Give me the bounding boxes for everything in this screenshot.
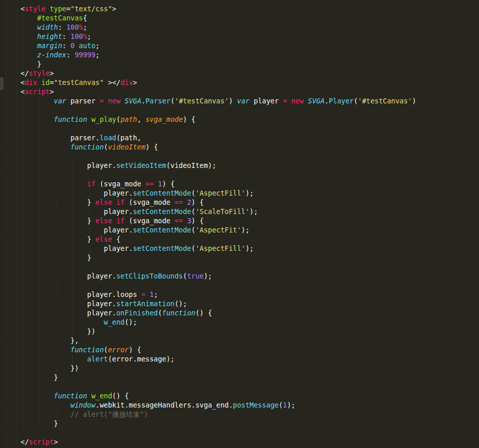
code-line[interactable] bbox=[20, 382, 416, 391]
code-line[interactable]: player.setContentMode('ScaleToFill'); bbox=[20, 207, 416, 216]
code-token: function bbox=[54, 115, 87, 123]
code-token: player.loops bbox=[20, 290, 141, 298]
code-token: width bbox=[37, 23, 58, 31]
code-token: ; bbox=[83, 23, 87, 31]
code-token bbox=[20, 355, 87, 363]
code-token: ) { bbox=[145, 143, 158, 151]
code-token: w_end bbox=[104, 318, 125, 326]
code-token: var bbox=[237, 97, 249, 105]
code-line[interactable]: margin: 0 auto; bbox=[20, 41, 416, 50]
code-line[interactable]: <div id="testCanvas" ></div> bbox=[20, 78, 416, 87]
code-token bbox=[87, 115, 91, 123]
code-token bbox=[20, 115, 54, 123]
code-line[interactable]: player.setContentMode('AspectFill'); bbox=[20, 244, 416, 253]
code-line[interactable] bbox=[20, 105, 416, 115]
code-line[interactable]: } bbox=[20, 419, 416, 428]
code-line[interactable]: }, bbox=[20, 336, 416, 345]
code-token: == bbox=[145, 180, 154, 188]
code-token bbox=[20, 23, 37, 31]
code-token: </ bbox=[20, 438, 29, 446]
code-line[interactable]: window.webkit.messageHandlers.svga_end.p… bbox=[20, 400, 416, 410]
code-line[interactable]: player.setContentMode('AspectFill'); bbox=[20, 188, 416, 198]
code-line[interactable]: } bbox=[20, 373, 416, 382]
code-line[interactable]: <script> bbox=[20, 87, 416, 96]
code-line[interactable]: var parser = new SVGA.Parser('#testCanva… bbox=[20, 96, 416, 105]
code-line[interactable]: player.loops = 1; bbox=[20, 290, 416, 299]
code-token: setContentMode bbox=[133, 226, 191, 234]
code-line[interactable] bbox=[20, 124, 416, 133]
code-token: ( bbox=[279, 401, 283, 409]
code-token: ); bbox=[245, 189, 254, 197]
code-area[interactable]: <style type="text/css"> #testCanvas{ wid… bbox=[0, 4, 416, 446]
code-token: div bbox=[25, 78, 37, 87]
code-token: player bbox=[249, 97, 283, 105]
code-token: } bbox=[20, 373, 58, 381]
code-token bbox=[87, 392, 91, 400]
code-token: < bbox=[20, 78, 25, 87]
code-token: }) bbox=[20, 327, 95, 335]
code-token: true bbox=[187, 272, 204, 280]
code-line[interactable]: <style type="text/css"> bbox=[20, 4, 416, 13]
code-token bbox=[145, 290, 150, 298]
code-line[interactable]: function(videoItem) { bbox=[20, 142, 416, 152]
code-line[interactable]: }) bbox=[20, 327, 416, 336]
code-token bbox=[20, 410, 71, 418]
code-line[interactable] bbox=[20, 428, 416, 437]
code-line[interactable] bbox=[20, 152, 416, 161]
code-line[interactable]: player.startAnimation(); bbox=[20, 299, 416, 308]
code-token: SVGA bbox=[124, 97, 141, 105]
code-line[interactable]: player.setClipsToBounds(true); bbox=[20, 271, 416, 281]
code-line[interactable]: </style> bbox=[20, 69, 416, 78]
code-line[interactable]: }) bbox=[20, 364, 416, 373]
code-line[interactable]: w_end(); bbox=[20, 317, 416, 327]
code-token: ( bbox=[183, 272, 187, 280]
code-token bbox=[20, 180, 87, 188]
code-line[interactable]: } bbox=[20, 253, 416, 262]
code-token: function bbox=[71, 143, 104, 151]
code-token bbox=[20, 51, 37, 59]
code-line[interactable] bbox=[20, 262, 416, 271]
code-line[interactable] bbox=[20, 170, 416, 179]
code-line[interactable]: if (svga_mode == 1) { bbox=[20, 179, 416, 188]
code-token: ( bbox=[171, 97, 175, 105]
code-line[interactable]: function(error) { bbox=[20, 345, 416, 354]
code-line[interactable]: </script> bbox=[20, 437, 416, 446]
code-token: new bbox=[108, 97, 120, 105]
code-token: z-index bbox=[37, 51, 67, 59]
code-line[interactable]: alert(error.message); bbox=[20, 354, 416, 364]
code-token: { bbox=[83, 14, 87, 22]
code-line[interactable]: } else if (svga_mode == 3) { bbox=[20, 216, 416, 225]
code-token: window bbox=[71, 401, 96, 409]
code-line[interactable]: player.onFinished(function() { bbox=[20, 308, 416, 317]
code-line[interactable]: } else { bbox=[20, 234, 416, 244]
code-token: ); bbox=[249, 207, 258, 216]
code-line[interactable]: parser.load(path, bbox=[20, 133, 416, 142]
code-token: . bbox=[141, 97, 145, 105]
code-line[interactable]: // alert("播放结束") bbox=[20, 410, 416, 419]
code-token: ) bbox=[229, 97, 237, 105]
code-token: ; bbox=[87, 32, 91, 40]
code-token: 1 bbox=[283, 401, 287, 409]
code-token: 'AspectFit' bbox=[195, 226, 241, 234]
code-line[interactable]: #testCanvas{ bbox=[20, 13, 416, 23]
code-token: ; bbox=[154, 290, 158, 298]
code-line[interactable]: z-index: 99999; bbox=[20, 50, 416, 59]
code-line[interactable]: } bbox=[20, 59, 416, 69]
code-line[interactable]: height: 100%; bbox=[20, 32, 416, 41]
code-line[interactable]: function w_play(path, svga_mode) { bbox=[20, 115, 416, 124]
code-line[interactable]: player.setContentMode('AspectFit'); bbox=[20, 225, 416, 234]
code-token: ) { bbox=[162, 180, 174, 188]
code-line[interactable]: width: 100%; bbox=[20, 23, 416, 32]
code-line[interactable]: player.setVideoItem(videoItem); bbox=[20, 161, 416, 170]
code-token: path bbox=[120, 115, 137, 123]
code-token: }) bbox=[20, 364, 79, 372]
code-line[interactable]: } else if (svga_mode == 2) { bbox=[20, 198, 416, 207]
code-token bbox=[183, 217, 187, 225]
code-token: margin bbox=[37, 41, 63, 50]
code-token bbox=[75, 41, 79, 50]
code-token: player. bbox=[20, 244, 133, 252]
code-token: ) { bbox=[191, 198, 203, 206]
code-token bbox=[20, 41, 37, 50]
code-line[interactable]: function w_end() { bbox=[20, 391, 416, 400]
code-line[interactable] bbox=[20, 281, 416, 290]
